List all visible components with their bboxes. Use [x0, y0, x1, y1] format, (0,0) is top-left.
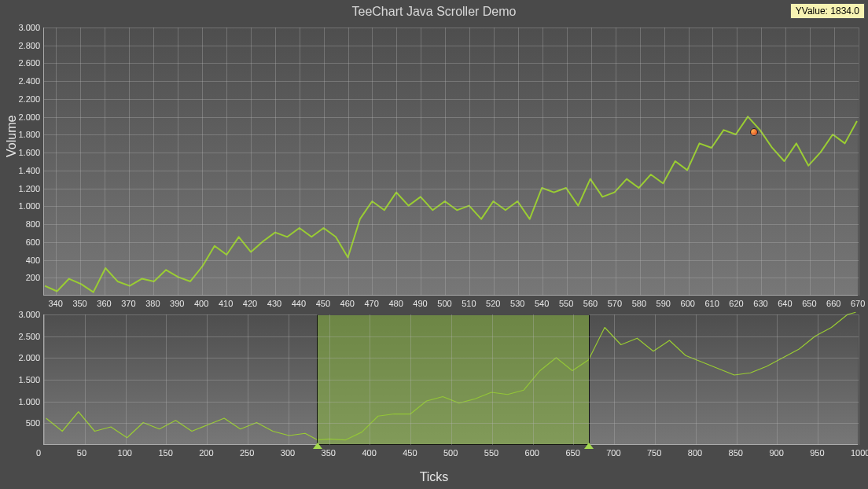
y-tick-label: 1.000 [18, 397, 40, 406]
overview-chart[interactable]: 5001.0001.5002.0002.5003.000050100150200… [43, 314, 858, 445]
x-tick-label: 50 [77, 448, 86, 458]
x-tick-label: 650 [802, 299, 816, 308]
x-tick-label: 500 [437, 299, 451, 308]
x-tick-label: 520 [486, 299, 500, 308]
y-tick-label: 500 [26, 418, 40, 428]
y-tick-label: 800 [26, 219, 40, 229]
page-title: TeeChart Java Scroller Demo [0, 5, 868, 19]
y-tick-label: 3.000 [18, 310, 40, 319]
value-tooltip: YValue: 1834.0 [790, 3, 865, 19]
x-tick-label: 900 [769, 448, 783, 458]
x-tick-label: 400 [194, 299, 208, 308]
y-tick-label: 2.400 [18, 76, 40, 86]
x-tick-label: 0 [36, 448, 41, 458]
x-tick-label: 490 [413, 299, 427, 308]
x-tick-label: 250 [240, 448, 254, 458]
x-tick-label: 300 [281, 448, 295, 458]
x-tick-label: 620 [729, 299, 743, 308]
x-tick-label: 550 [559, 299, 573, 308]
x-tick-label: 560 [583, 299, 598, 308]
y-tick-label: 1.400 [18, 166, 40, 175]
y-tick-label: 2.200 [18, 94, 40, 104]
x-tick-label: 100 [118, 448, 132, 458]
x-tick-label: 530 [510, 299, 524, 308]
y-tick-label: 1.800 [18, 130, 40, 139]
x-tick-label: 450 [403, 448, 417, 458]
x-tick-label: 440 [292, 299, 306, 308]
y-tick-label: 200 [26, 273, 40, 282]
x-tick-label: 150 [158, 448, 172, 458]
x-tick-label: 570 [608, 299, 622, 308]
x-tick-label: 950 [810, 448, 824, 458]
y-tick-label: 1.500 [18, 375, 40, 384]
chart-demo-page: TeeChart Java Scroller Demo YValue: 1834… [0, 0, 868, 489]
x-tick-label: 370 [121, 299, 135, 308]
x-tick-label: 540 [535, 299, 549, 308]
y-tick-label: 400 [26, 256, 40, 265]
x-tick-label: 460 [340, 299, 355, 308]
x-tick-label: 640 [778, 299, 792, 308]
x-tick-label: 390 [170, 299, 184, 308]
x-tick-label: 750 [647, 448, 661, 458]
scroller-handle-right[interactable] [584, 443, 594, 449]
x-tick-label: 410 [219, 299, 233, 308]
x-tick-label: 800 [688, 448, 702, 458]
main-series-line [44, 28, 858, 295]
x-tick-label: 600 [525, 448, 539, 458]
x-tick-label: 450 [316, 299, 330, 308]
x-tick-label: 200 [199, 448, 213, 458]
x-tick-label: 400 [362, 448, 376, 458]
y-tick-label: 1.600 [18, 148, 40, 157]
x-tick-label: 610 [704, 299, 719, 308]
y-tick-label: 2.600 [18, 58, 40, 68]
x-tick-label: 510 [462, 299, 476, 308]
y-tick-label: 3.000 [18, 23, 40, 32]
main-chart[interactable]: 2004006008001.0001.2001.4001.6001.8002.0… [43, 28, 858, 296]
x-tick-label: 350 [72, 299, 86, 308]
y-axis-label: Volume [5, 116, 19, 157]
x-tick-label: 700 [606, 448, 620, 458]
x-tick-label: 350 [322, 448, 336, 458]
x-tick-label: 340 [48, 299, 62, 308]
x-tick-label: 470 [364, 299, 378, 308]
x-tick-label: 380 [145, 299, 160, 308]
x-tick-label: 480 [388, 299, 403, 308]
y-tick-label: 2.500 [18, 332, 40, 341]
x-tick-label: 430 [267, 299, 281, 308]
y-tick-label: 2.000 [18, 112, 40, 122]
x-tick-label: 660 [826, 299, 840, 308]
x-axis-label: Ticks [420, 470, 449, 484]
x-tick-label: 580 [632, 299, 646, 308]
x-tick-label: 600 [681, 299, 695, 308]
y-tick-label: 2.800 [18, 41, 40, 50]
x-tick-label: 630 [753, 299, 767, 308]
y-tick-label: 1.000 [18, 201, 40, 211]
x-tick-label: 360 [97, 299, 111, 308]
x-tick-label: 650 [565, 448, 579, 458]
x-tick-label: 420 [243, 299, 257, 308]
y-tick-label: 2.000 [18, 353, 40, 362]
x-tick-label: 590 [657, 299, 671, 308]
x-tick-label: 850 [729, 448, 743, 458]
x-tick-label: 670 [851, 299, 865, 308]
y-tick-label: 1.200 [18, 184, 40, 193]
x-tick-label: 500 [443, 448, 458, 458]
y-tick-label: 600 [26, 237, 40, 247]
x-tick-label: 550 [484, 448, 498, 458]
x-tick-label: 1000 [851, 448, 868, 458]
